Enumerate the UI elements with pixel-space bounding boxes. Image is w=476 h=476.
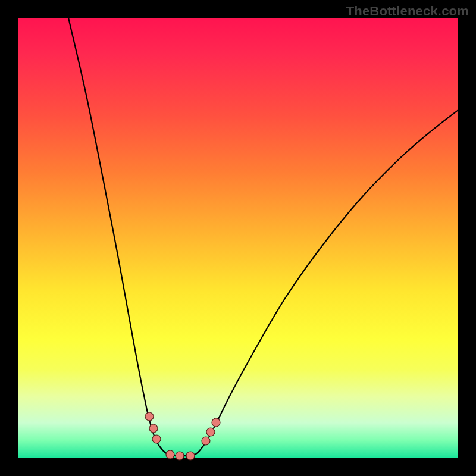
data-marker	[166, 450, 174, 459]
data-marker	[149, 424, 158, 433]
plot-area	[18, 18, 458, 458]
chart-frame: TheBottleneck.com	[0, 0, 476, 476]
data-marker	[212, 418, 220, 427]
data-marker	[176, 452, 184, 460]
data-marker	[202, 437, 210, 445]
data-marker	[206, 428, 215, 436]
marker-group	[145, 412, 220, 460]
data-marker	[186, 452, 195, 460]
curve-right	[193, 110, 458, 456]
data-marker	[145, 412, 154, 421]
data-marker	[152, 435, 161, 443]
curve-left	[68, 18, 171, 455]
curve-layer	[18, 18, 458, 458]
watermark-text: TheBottleneck.com	[346, 4, 469, 19]
